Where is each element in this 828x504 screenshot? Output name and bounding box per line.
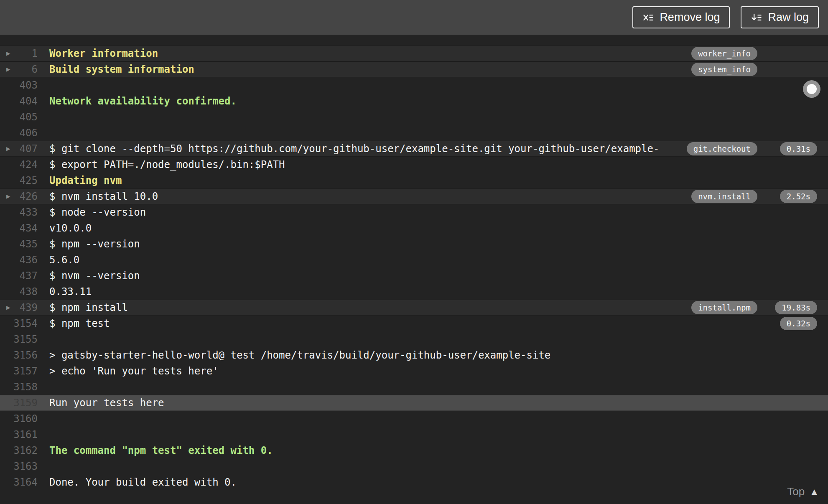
line-number[interactable]: 406 (13, 125, 38, 141)
log-line: ▶ 405 (0, 109, 828, 125)
log-line: ▶ 3162 The command "npm test" exited wit… (0, 443, 828, 458)
line-number[interactable]: 3162 (13, 443, 38, 458)
line-text: 5.6.0 (49, 252, 79, 268)
fold-arrow-icon[interactable]: ▶ (0, 300, 13, 316)
line-text: $ nvm install 10.0 (49, 188, 158, 204)
log-lines: ▶ 1 Worker information worker_info ▶ 6 B… (0, 46, 828, 490)
raw-log-label: Raw log (768, 11, 809, 24)
scroll-to-top-link[interactable]: Top ▲ (787, 485, 819, 498)
line-text: Worker information (49, 46, 158, 61)
fold-tag-badge: install.npm (691, 301, 757, 314)
line-number[interactable]: 3163 (13, 458, 38, 474)
line-number[interactable]: 438 (13, 284, 38, 300)
log-line: ▶ 1 Worker information worker_info (0, 46, 828, 61)
line-number[interactable]: 426 (13, 188, 38, 204)
fold-tag-badge: nvm.install (691, 190, 757, 203)
top-link-label: Top (787, 485, 805, 498)
fold-tag-badge: system_info (691, 63, 757, 76)
log-line: ▶ 3156 > gatsby-starter-hello-world@ tes… (0, 347, 828, 363)
log-line: ▶ 425 Updating nvm (0, 173, 828, 188)
line-number[interactable]: 3157 (13, 363, 38, 379)
triangle-up-icon: ▲ (810, 486, 819, 497)
line-number[interactable]: 434 (13, 220, 38, 236)
log-line: ▶ 3164 Done. Your build exited with 0. (0, 474, 828, 490)
scroll-indicator-dot-icon[interactable] (803, 80, 820, 98)
line-number[interactable]: 425 (13, 173, 38, 188)
line-number[interactable]: 3164 (13, 474, 38, 490)
log-line: ▶ 436 5.6.0 (0, 252, 828, 268)
line-number[interactable]: 1 (13, 46, 38, 61)
line-number[interactable]: 3158 (13, 379, 38, 395)
fold-arrow-icon[interactable]: ▶ (0, 141, 13, 157)
line-text: $ nvm --version (49, 268, 140, 284)
line-number[interactable]: 436 (13, 252, 38, 268)
line-number[interactable]: 3159 (13, 395, 38, 411)
log-line: ▶ 406 (0, 125, 828, 141)
log-line: ▶ 3155 (0, 331, 828, 347)
log-line: ▶ 424 $ export PATH=./node_modules/.bin:… (0, 157, 828, 173)
line-text: v10.0.0 (49, 220, 92, 236)
log-line: ▶ 403 (0, 77, 828, 93)
line-number[interactable]: 3155 (13, 331, 38, 347)
line-number[interactable]: 433 (13, 204, 38, 220)
duration-badge: 0.32s (780, 317, 817, 330)
duration-badge: 19.83s (775, 301, 817, 314)
dot-inner (807, 84, 817, 94)
fold-tag-badge: worker_info (691, 47, 757, 60)
log-line: ▶ 3159 Run your tests here (0, 395, 828, 411)
line-text: 0.33.11 (49, 284, 92, 300)
line-text: Done. Your build exited with 0. (49, 474, 237, 490)
line-number[interactable]: 435 (13, 236, 38, 252)
line-number[interactable]: 424 (13, 157, 38, 173)
line-number[interactable]: 6 (13, 61, 38, 77)
line-number[interactable]: 3161 (13, 427, 38, 443)
line-number[interactable]: 405 (13, 109, 38, 125)
clear-list-icon (642, 12, 654, 23)
log-line: ▶ 439 $ npm install install.npm 19.83s (0, 300, 828, 316)
log-line: ▶ 3161 (0, 427, 828, 443)
log-line: ▶ 434 v10.0.0 (0, 220, 828, 236)
line-text: Run your tests here (49, 395, 164, 411)
line-text: > gatsby-starter-hello-world@ test /home… (49, 347, 550, 363)
log-line: ▶ 435 $ npm --version (0, 236, 828, 252)
fold-tag-badge: git.checkout (687, 142, 757, 155)
remove-log-label: Remove log (660, 11, 720, 24)
raw-log-button[interactable]: Raw log (741, 6, 819, 28)
remove-log-button[interactable]: Remove log (632, 6, 730, 28)
line-text: $ npm --version (49, 236, 140, 252)
line-number[interactable]: 407 (13, 141, 38, 157)
log-line: ▶ 438 0.33.11 (0, 284, 828, 300)
line-text: $ npm install (49, 300, 128, 316)
line-text: $ git clone --depth=50 https://github.co… (49, 141, 659, 157)
log-line: ▶ 3163 (0, 458, 828, 474)
line-number[interactable]: 439 (13, 300, 38, 316)
line-text: Updating nvm (49, 173, 122, 188)
download-list-icon (751, 12, 762, 23)
line-number[interactable]: 403 (13, 77, 38, 93)
log-line: ▶ 3158 (0, 379, 828, 395)
line-text: Network availability confirmed. (49, 93, 237, 109)
line-number[interactable]: 404 (13, 93, 38, 109)
line-text: > echo 'Run your tests here' (49, 363, 219, 379)
fold-arrow-icon[interactable]: ▶ (0, 61, 13, 77)
log-line: ▶ 3157 > echo 'Run your tests here' (0, 363, 828, 379)
log-line: ▶ 404 Network availability confirmed. (0, 93, 828, 109)
fold-arrow-icon[interactable]: ▶ (0, 188, 13, 204)
line-text: $ npm test (49, 316, 110, 331)
log-line: ▶ 426 $ nvm install 10.0 nvm.install 2.5… (0, 188, 828, 204)
log-line: ▶ 437 $ nvm --version (0, 268, 828, 284)
line-number[interactable]: 3154 (13, 316, 38, 331)
line-text: $ node --version (49, 204, 146, 220)
fold-arrow-icon[interactable]: ▶ (0, 46, 13, 61)
line-number[interactable]: 3160 (13, 411, 38, 427)
log-line: ▶ 433 $ node --version (0, 204, 828, 220)
build-log: ▶ 1 Worker information worker_info ▶ 6 B… (0, 35, 828, 504)
line-number[interactable]: 437 (13, 268, 38, 284)
line-number[interactable]: 3156 (13, 347, 38, 363)
line-text: $ export PATH=./node_modules/.bin:$PATH (49, 157, 285, 173)
log-line: ▶ 3154 $ npm test 0.32s (0, 316, 828, 331)
log-line: ▶ 3160 (0, 411, 828, 427)
duration-badge: 0.31s (780, 142, 817, 155)
duration-badge: 2.52s (780, 190, 817, 203)
log-toolbar: Remove log Raw log (0, 0, 828, 35)
